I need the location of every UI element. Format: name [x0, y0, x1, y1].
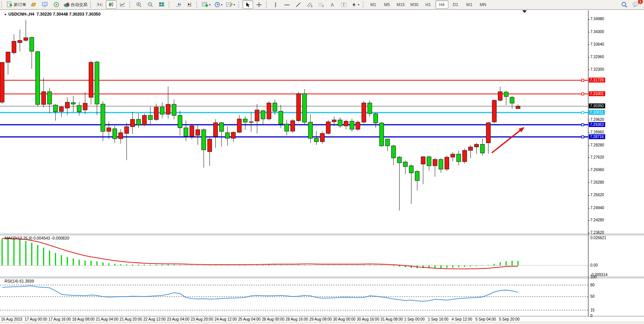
price-tick-label: 7.25620 [590, 193, 604, 197]
notifications-button[interactable]: 1 [630, 0, 641, 9]
time-axis-label: 23 Aug 20:00 [191, 317, 213, 321]
candle [154, 107, 158, 120]
rsi-axis-label: 15 [590, 308, 595, 312]
price-tick-mark [588, 233, 590, 233]
horizontal-line-tool-button[interactable] [282, 0, 292, 9]
time-axis-label: 30 Aug 16:00 [357, 317, 379, 321]
price-tag: 7.31001 [589, 91, 605, 96]
candle [207, 139, 212, 152]
candle [142, 115, 147, 125]
chart-shift-button[interactable] [184, 0, 195, 9]
candle [403, 162, 407, 167]
timeframe-button-w1[interactable]: W1 [463, 0, 476, 9]
price-tick-label: 7.24280 [590, 218, 604, 222]
price-tick-label: 7.24940 [590, 206, 604, 210]
tile-windows-button[interactable] [156, 0, 167, 9]
price-tick-label: 7.29620 [590, 118, 604, 122]
price-line-handle[interactable] [582, 111, 584, 114]
equidistant-channel-tool-button[interactable]: E [304, 0, 315, 9]
timeframe-button-m30[interactable]: M30 [408, 0, 421, 9]
price-tag: 7.29363 [589, 122, 605, 127]
trendline-tool-button[interactable] [293, 0, 304, 9]
fibonacci-tool-button[interactable]: F [316, 0, 327, 9]
bar-chart-mode-button[interactable] [94, 0, 105, 9]
profiles-button[interactable] [28, 0, 39, 9]
candle [53, 105, 57, 112]
candle [77, 105, 81, 112]
candle [445, 157, 449, 169]
candle [166, 104, 170, 114]
price-tick-label: 7.33640 [590, 42, 604, 46]
signal-icon [53, 2, 59, 7]
time-axis-label: 28 Aug 16:00 [285, 317, 308, 321]
text-label-tool-button[interactable]: T [339, 0, 349, 9]
price-line-handle[interactable] [582, 136, 584, 138]
crosshair-icon [256, 2, 262, 8]
candle [172, 104, 176, 115]
candle [504, 92, 508, 97]
candle [41, 92, 46, 105]
search-button[interactable] [619, 0, 630, 9]
price-tag: 7.30350 [589, 103, 605, 108]
timeframe-button-m5[interactable]: M5 [381, 0, 394, 9]
indicators-button[interactable]: ▼ [201, 0, 212, 9]
candle [101, 104, 105, 132]
new-order-label: 新订单 [14, 2, 26, 8]
price-line-handle[interactable] [582, 79, 584, 81]
candle [409, 166, 413, 173]
up-trend-arrow[interactable] [492, 130, 521, 153]
time-axis-label: 21 Aug 20:00 [120, 317, 142, 321]
candle [368, 103, 372, 114]
timeframe-button-h4[interactable]: H4 [435, 0, 448, 9]
timeframe-button-d1[interactable]: D1 [449, 0, 462, 9]
chart-dropdown-icon[interactable]: ▼ [4, 13, 7, 16]
zoom-in-button[interactable] [134, 0, 144, 9]
zoom-out-button[interactable] [145, 0, 156, 9]
candle [374, 114, 378, 123]
candle [296, 94, 301, 121]
price-line-handle[interactable] [582, 93, 584, 95]
period-button[interactable]: ▼ [213, 0, 224, 9]
chart-shift-marker[interactable] [522, 10, 527, 13]
candlestick-mode-button[interactable] [106, 0, 116, 9]
crosshair-tool-button[interactable] [254, 0, 265, 9]
rsi-axis-label: 100 [590, 275, 597, 279]
chart-canvas[interactable] [0, 10, 644, 322]
new-order-button[interactable]: 新订单 [5, 0, 27, 9]
auto-scroll-button[interactable] [173, 0, 183, 9]
text-tool-button[interactable]: A [327, 0, 338, 9]
price-tick-label: 7.26280 [590, 180, 604, 184]
time-axis-label: 25 Aug 04:00 [238, 317, 261, 321]
new-order-icon [6, 2, 13, 8]
auto-trading-button[interactable]: 自动交易 [62, 0, 89, 9]
toolbar-grip [129, 2, 132, 8]
price-tick-mark [588, 132, 590, 133]
price-tick-mark [588, 44, 590, 45]
price-tick-label: 7.28960 [590, 130, 604, 134]
vertical-line-tool-button[interactable] [270, 0, 281, 9]
timeframe-button-mn[interactable]: MN [477, 0, 489, 9]
candle [261, 111, 265, 119]
toolbar-grip [266, 2, 269, 8]
candle [480, 145, 485, 153]
timeframe-button-m15[interactable]: M15 [394, 0, 407, 9]
templates-button[interactable]: ▼ [225, 0, 237, 9]
cursor-tool-button[interactable] [242, 0, 253, 9]
price-tick-mark [588, 195, 590, 195]
timeframe-button-m1[interactable]: M1 [367, 0, 380, 9]
candle [421, 157, 425, 164]
candle [243, 119, 247, 122]
time-axis-label: 30 Aug 00:00 [333, 317, 355, 321]
signals-button[interactable] [51, 0, 62, 9]
price-line-handle[interactable] [582, 124, 584, 126]
time-axis-label: 22 Aug 12:00 [143, 317, 166, 321]
arrows-tool-button[interactable]: ▼ [350, 0, 361, 9]
market-watch-button[interactable] [40, 0, 50, 9]
candle [71, 103, 75, 104]
candle [338, 120, 342, 126]
price-tick-mark [588, 157, 590, 158]
vertical-line-icon [273, 2, 278, 8]
timeframe-toolbar: M1M5M15M30H1H4D1W1MN [367, 0, 490, 9]
timeframe-button-h1[interactable]: H1 [422, 0, 435, 9]
line-chart-mode-button[interactable] [117, 0, 128, 9]
